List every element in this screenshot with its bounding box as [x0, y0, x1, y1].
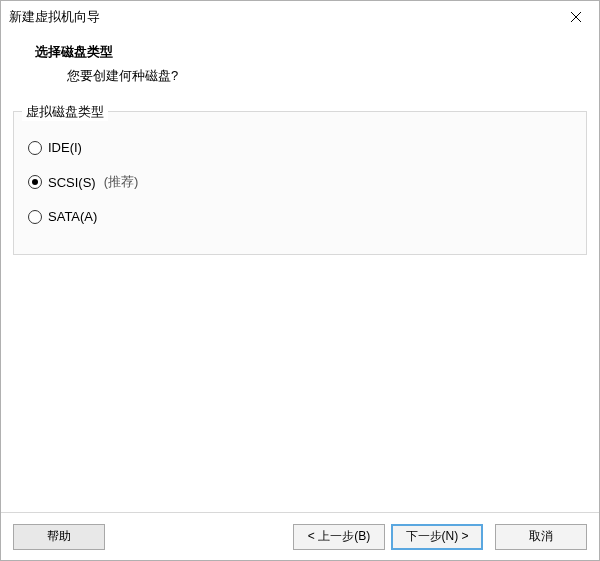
- window-title: 新建虚拟机向导: [9, 8, 553, 26]
- radio-icon: [28, 141, 42, 155]
- next-button[interactable]: 下一步(N) >: [391, 524, 483, 550]
- disk-type-group: 虚拟磁盘类型 IDE(I) SCSI(S) (推荐) SATA(A): [13, 111, 587, 255]
- close-button[interactable]: [553, 1, 599, 33]
- radio-hint: (推荐): [104, 173, 139, 191]
- radio-sata[interactable]: SATA(A): [28, 209, 574, 224]
- page-title: 选择磁盘类型: [15, 43, 585, 61]
- back-button[interactable]: < 上一步(B): [293, 524, 385, 550]
- radio-icon: [28, 175, 42, 189]
- help-button[interactable]: 帮助: [13, 524, 105, 550]
- cancel-button[interactable]: 取消: [495, 524, 587, 550]
- radio-label: IDE(I): [48, 140, 82, 155]
- radio-dot-icon: [32, 179, 38, 185]
- close-icon: [571, 12, 581, 22]
- radio-icon: [28, 210, 42, 224]
- title-bar: 新建虚拟机向导: [1, 1, 599, 33]
- page-subtitle: 您要创建何种磁盘?: [15, 67, 585, 85]
- wizard-content: 虚拟磁盘类型 IDE(I) SCSI(S) (推荐) SATA(A): [1, 101, 599, 255]
- radio-label: SATA(A): [48, 209, 97, 224]
- radio-ide[interactable]: IDE(I): [28, 140, 574, 155]
- wizard-header: 选择磁盘类型 您要创建何种磁盘?: [1, 33, 599, 101]
- wizard-footer: 帮助 < 上一步(B) 下一步(N) > 取消: [1, 512, 599, 560]
- radio-label: SCSI(S): [48, 175, 96, 190]
- group-legend: 虚拟磁盘类型: [22, 103, 108, 121]
- radio-scsi[interactable]: SCSI(S) (推荐): [28, 173, 574, 191]
